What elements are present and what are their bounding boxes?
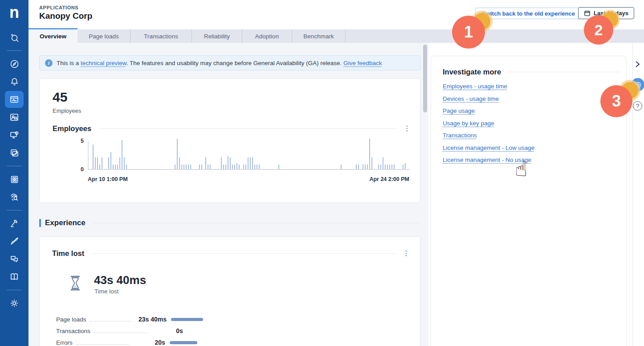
page-title: Kanopy Corp <box>39 11 92 21</box>
sidebar-item-campaigns[interactable] <box>5 144 24 161</box>
tab-overview[interactable]: Overview <box>29 29 77 43</box>
gear-icon <box>9 298 19 308</box>
sidebar-divider <box>7 210 22 210</box>
chart-bar <box>117 165 118 169</box>
technical-preview-banner: i This is a technical preview. The featu… <box>39 55 420 70</box>
metric-label: Transactions <box>56 328 90 334</box>
sidebar-item-employee-search[interactable] <box>5 109 24 126</box>
tab-transactions[interactable]: Transactions <box>130 29 192 43</box>
sidebar-item-alerts[interactable] <box>5 73 24 90</box>
sidebar-item-library[interactable] <box>5 171 24 188</box>
investigate-links: Employees - usage timeDevices - usage ti… <box>443 83 534 169</box>
ai-search-icon <box>9 33 19 42</box>
chart-bar <box>371 157 372 169</box>
chart-bar <box>363 165 363 169</box>
chart-bar <box>205 157 206 169</box>
y-axis-line <box>88 141 89 170</box>
section-accent-bar <box>39 219 41 227</box>
chart-bar <box>177 139 178 169</box>
annotation-badge-1: 1 <box>452 16 485 49</box>
chart-bar <box>99 165 100 169</box>
chart-bar <box>199 165 200 169</box>
chart-bar <box>108 157 109 169</box>
chart-bar <box>230 157 231 169</box>
sidebar-item-settings[interactable] <box>5 295 24 312</box>
chart-bar <box>405 163 406 169</box>
technical-preview-link[interactable]: technical preview <box>81 60 126 66</box>
time-lost-card: Time lost ⋮ 43s 40ms Time lost Page load… <box>39 236 420 346</box>
tab-reliability[interactable]: Reliability <box>192 29 242 43</box>
compass-icon <box>10 59 19 69</box>
investigate-link-page-usage[interactable]: Page usage <box>443 107 475 114</box>
chart-bar <box>248 157 249 169</box>
chart-bar <box>257 165 257 169</box>
section-title: Experience <box>45 218 86 227</box>
collapse-panel-button[interactable] <box>634 61 640 70</box>
annotation-badge-2: 2 <box>584 15 613 45</box>
sidebar-item-ai-search[interactable] <box>5 29 24 46</box>
chart-bar <box>223 165 224 169</box>
tab-bar: OverviewPage loadsTransactionsReliabilit… <box>29 29 644 43</box>
tab-page-loads[interactable]: Page loads <box>77 29 130 43</box>
chart-bar <box>175 165 175 169</box>
chart-bar <box>183 165 184 169</box>
sidebar-item-engage[interactable] <box>5 251 24 268</box>
chart-bar <box>394 165 395 169</box>
chart-menu-button[interactable]: ⋮ <box>403 124 411 132</box>
chart-bar <box>208 165 208 169</box>
book-icon <box>9 272 19 282</box>
sidebar-item-documentation[interactable] <box>5 268 24 285</box>
sidebar-item-device-management[interactable] <box>5 127 24 144</box>
y-axis-tick-0: 0 <box>81 166 84 173</box>
sidebar-item-investigations[interactable] <box>5 189 24 206</box>
investigate-link-license-management-low-usage[interactable]: License management - Low usage <box>443 144 534 151</box>
sidebar-item-remote-actions[interactable] <box>5 215 24 232</box>
investigate-link-employees-usage-time[interactable]: Employees - usage time <box>443 83 507 90</box>
investigate-link-usage-by-key-page[interactable]: Usage by key page <box>443 120 494 127</box>
experience-section-header: Experience <box>39 218 420 227</box>
sidebar-item-navigate[interactable] <box>5 55 24 72</box>
sidebar-divider <box>7 50 22 51</box>
vertical-scrollbar[interactable] <box>423 45 427 112</box>
investigate-link-devices-usage-time[interactable]: Devices - usage time <box>443 95 499 102</box>
chart-bar <box>245 165 246 169</box>
divider <box>93 223 420 223</box>
help-button[interactable]: ? <box>633 101 642 111</box>
library-grid-icon <box>10 175 19 184</box>
metric-bar <box>170 341 197 344</box>
chart-bar <box>97 157 98 169</box>
chart-bar <box>232 165 233 169</box>
time-lost-menu-button[interactable]: ⋮ <box>402 249 410 257</box>
investigate-link-transactions[interactable]: Transactions <box>443 132 477 139</box>
people-search-icon <box>9 112 19 122</box>
app-window: n <box>0 0 644 346</box>
chart-bar <box>181 165 182 169</box>
metric-label: Errors <box>56 339 73 346</box>
time-lost-label: Time lost <box>94 288 118 295</box>
calendar-icon <box>584 10 591 16</box>
chart-bar <box>95 157 96 169</box>
chart-bar <box>228 156 228 169</box>
chart-bar <box>119 157 120 169</box>
chart-bar <box>365 165 366 169</box>
chart-bar <box>391 165 392 169</box>
chart-bar <box>243 165 244 169</box>
give-feedback-link[interactable]: Give feedback <box>343 60 382 66</box>
chart-bar <box>190 165 191 169</box>
chart-bar <box>113 165 114 169</box>
tab-adoption[interactable]: Adoption <box>242 29 292 43</box>
chart-bar <box>186 165 187 169</box>
hand-cursor-icon: ☝ <box>515 157 527 181</box>
chart-bar <box>383 157 383 169</box>
hourglass-icon <box>68 274 83 294</box>
sidebar-item-amplify[interactable] <box>5 233 24 250</box>
fingerprint-search-icon <box>9 192 19 202</box>
sidebar-item-applications[interactable] <box>5 91 24 108</box>
chart-bar <box>210 165 211 169</box>
chart-bar <box>259 165 260 169</box>
tab-benchmark[interactable]: Benchmark <box>292 29 346 43</box>
bell-icon <box>10 77 19 86</box>
chevron-right-icon <box>634 61 640 68</box>
chat-bubbles-icon <box>9 254 19 264</box>
dotted-leader <box>90 321 131 321</box>
